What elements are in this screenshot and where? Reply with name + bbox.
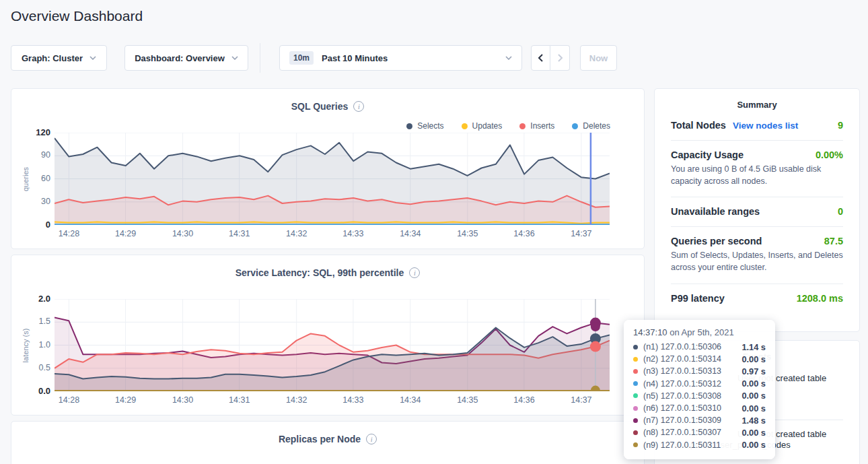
node-color-dot-icon [633,357,638,362]
dashboard-dropdown[interactable]: Dashboard: Overview [124,45,248,71]
y-axis-tick: 120 [21,127,50,137]
x-axis-tick: 14:35 [451,395,484,405]
capacity-usage-label: Capacity Usage [671,150,744,160]
tooltip-node-address: (n1) 127.0.0.1:50306 [643,342,736,352]
info-icon[interactable]: i [366,434,377,444]
chart-canvas[interactable] [55,133,610,225]
tooltip-node-row: (n3) 127.0.0.1:503130.97 s [633,365,766,377]
y-axis-tick: 60 [21,174,50,183]
qps-description: Sum of Selects, Updates, Inserts, and De… [671,249,843,283]
x-axis-tick: 14:31 [223,395,256,405]
time-range-label: Past 10 Minutes [322,53,388,63]
legend-dot-icon [519,123,526,129]
chevron-down-icon [505,56,512,60]
controls-divider [260,43,260,73]
node-color-dot-icon [633,381,638,386]
p99-latency-value: 1208.0 ms [797,293,843,304]
info-icon[interactable]: i [353,101,364,112]
legend-item-deletes[interactable]: Deletes [572,121,610,131]
service-latency-chart-panel: Service Latency: SQL, 99th percentile i … [11,255,645,416]
now-button[interactable]: Now [580,45,617,71]
x-axis-tick: 14:31 [223,229,256,238]
x-axis-tick: 14:30 [166,229,200,238]
x-axis-tick: 14:36 [507,395,541,405]
y-axis-tick: 30 [21,197,50,206]
view-nodes-list-link[interactable]: View nodes list [733,121,798,131]
x-axis-tick: 14:33 [336,395,370,405]
overview-dashboard-page: Overview Dashboard Graph: Cluster Dashbo… [0,0,868,464]
node-color-dot-icon [633,393,638,398]
chart-plot-area[interactable] [55,133,610,225]
legend-item-inserts[interactable]: Inserts [519,121,554,131]
tooltip-node-latency: 0.00 s [742,378,766,389]
qps-label: Queries per second [671,236,762,246]
tooltip-node-address: (n6) 127.0.0.1:50310 [643,403,736,413]
tooltip-node-row: (n1) 127.0.0.1:503061.14 s [633,341,766,353]
tooltip-node-address: (n5) 127.0.0.1:50308 [643,391,736,401]
summary-title: Summary [671,89,843,111]
total-nodes-value: 9 [838,120,843,131]
tooltip-node-latency: 0.00 s [742,428,766,438]
tooltip-node-row: (n4) 127.0.0.1:503120.00 s [633,378,766,390]
x-axis-tick: 14:28 [52,395,85,405]
graph-scope-dropdown[interactable]: Graph: Cluster [11,45,107,71]
previous-range-button[interactable] [531,45,550,71]
next-range-button[interactable] [550,45,570,71]
tooltip-node-latency: 0.97 s [742,366,766,376]
tooltip-timestamp: 14:37:10 on Apr 5th, 2021 [633,327,766,337]
time-range-selector[interactable]: 10m Past 10 Minutes [279,45,522,71]
x-axis-tick: 14:34 [394,229,427,238]
node-color-dot-icon [633,345,638,350]
chart-title: SQL Queries i [11,101,644,112]
legend-item-selects[interactable]: Selects [406,121,443,131]
chevron-down-icon [89,56,96,60]
chart-plot-area[interactable] [55,299,610,391]
x-axis-tick: 14:37 [565,395,598,405]
x-axis-tick: 14:30 [166,395,200,405]
qps-value: 87.5 [824,236,843,246]
page-title: Overview Dashboard [11,8,143,24]
x-axis-tick: 14:34 [394,395,427,405]
summary-panel: Summary Total Nodes View nodes list 9 Ca… [654,88,860,332]
tooltip-rows: (n1) 127.0.0.1:503061.14 s(n2) 127.0.0.1… [633,341,766,451]
node-color-dot-icon [633,430,638,435]
graph-scope-label: Graph: Cluster [22,53,83,63]
legend-label: Deletes [583,121,610,131]
legend-label: Selects [417,121,443,131]
time-pager [531,45,570,71]
x-axis-tick: 14:37 [565,229,598,238]
legend-item-updates[interactable]: Updates [462,121,503,131]
y-axis-tick: 1.0 [21,340,50,350]
node-color-dot-icon [633,406,638,411]
now-button-label: Now [589,53,608,63]
x-axis-tick: 14:32 [280,229,314,238]
tooltip-node-latency: 0.00 s [742,440,766,450]
unavailable-ranges-value: 0 [838,206,843,217]
info-icon[interactable]: i [409,267,420,278]
tooltip-node-latency: 0.00 s [742,354,766,364]
legend-dot-icon [572,123,578,129]
chart-canvas[interactable] [55,299,610,391]
x-axis-tick: 14:32 [280,395,314,405]
legend-dot-icon [406,123,412,129]
y-axis-tick: 2.0 [21,294,50,304]
node-color-dot-icon [633,418,638,423]
tooltip-node-address: (n7) 127.0.0.1:50309 [643,416,736,425]
tooltip-node-latency: 0.00 s [742,403,766,413]
x-axis-tick: 14:35 [451,229,484,238]
tooltip-node-address: (n9) 127.0.0.1:50311 [643,440,736,450]
y-axis-tick: 90 [21,150,50,160]
tooltip-node-row: (n8) 127.0.0.1:503070.00 s [633,426,766,438]
chart-title: Replicas per Node i [11,434,644,444]
tooltip-node-address: (n4) 127.0.0.1:50312 [643,379,736,389]
legend-label: Inserts [530,121,554,131]
tooltip-node-latency: 1.14 s [742,342,766,352]
capacity-usage-description: You are using 0 B of 4.5 GiB usable disk… [671,163,843,197]
tooltip-node-row: (n7) 127.0.0.1:503091.48 s [633,414,766,426]
legend-label: Updates [472,121,503,131]
chevron-right-icon [557,53,563,63]
x-axis-tick: 14:29 [109,395,143,405]
chart-legend: SelectsUpdatesInsertsDeletes [406,121,610,131]
dashboard-label: Dashboard: Overview [135,53,225,63]
summary-row-unavailable-ranges: Unavailable ranges 0 [671,197,843,226]
